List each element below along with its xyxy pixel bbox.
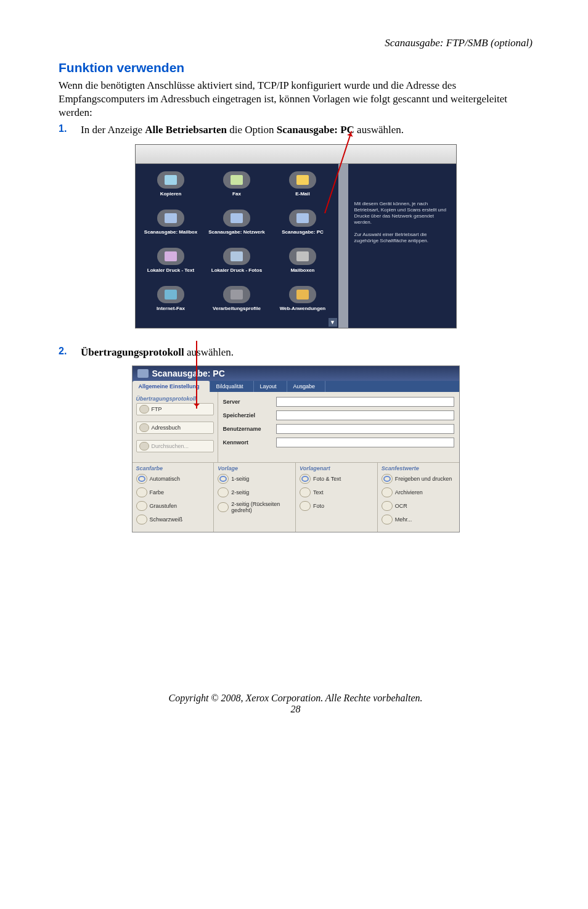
window-title-bar: Scanausgabe: PC (133, 366, 459, 381)
step-1-post: auswählen. (354, 124, 404, 136)
service-kopieren[interactable]: Kopieren (138, 169, 204, 207)
option-label: Foto (313, 503, 324, 509)
callout-arrow-2 (196, 341, 197, 409)
label-password: Kennwort (223, 439, 276, 446)
option-column: Vorlage1-seitig2-seitig2-seitig (Rücksei… (214, 463, 296, 532)
step-1-pre: In der Anzeige (81, 124, 145, 136)
option-label: Freigeben und drucken (395, 476, 452, 482)
option-label: Automatisch (150, 476, 181, 482)
radio-icon (136, 501, 147, 511)
option-column-title: Vorlage (218, 465, 293, 471)
web-apps-icon (289, 286, 316, 303)
internet-fax-icon (157, 286, 184, 303)
option-label: Schwarzweiß (150, 516, 183, 523)
option-label: 2-seitig (231, 489, 249, 495)
label-server: Server (223, 399, 276, 405)
option-label: Text (313, 489, 324, 495)
step-2: 2. Übertragungsprotokoll auswählen. (59, 346, 533, 359)
all-services-screenshot: Kopieren Fax E-Mail Scanausgabe: Mailbox… (135, 144, 457, 328)
service-scan-network[interactable]: Scanausgabe: Netzwerk (203, 207, 269, 245)
input-server[interactable] (276, 397, 454, 407)
option-item[interactable]: Text (300, 487, 375, 497)
service-scan-mailbox[interactable]: Scanausgabe: Mailbox (138, 207, 204, 245)
option-item[interactable]: 1-seitig (218, 474, 293, 484)
option-column: ScanfarbeAutomatischFarbeGraustufenSchwa… (133, 463, 214, 532)
radio-icon (136, 515, 147, 524)
service-email[interactable]: E-Mail (269, 169, 335, 207)
running-head: Scanausgabe: FTP/SMB (optional) (59, 37, 533, 49)
screenshot-title-bar (136, 145, 456, 164)
intro-paragraph: Wenn die benötigten Anschlüsse aktiviert… (59, 79, 533, 120)
tab-layout[interactable]: Layout (254, 381, 287, 392)
tab-output[interactable]: Ausgabe (287, 381, 326, 392)
radio-icon (218, 487, 229, 497)
services-grid: Kopieren Fax E-Mail Scanausgabe: Mailbox… (136, 164, 348, 328)
option-label: Archivieren (395, 489, 423, 495)
option-item[interactable]: Foto & Text (300, 474, 375, 484)
option-label: Mehr... (395, 516, 412, 523)
option-item[interactable]: 2-seitig (Rückseiten gedreht) (218, 501, 293, 513)
step-1-text: In der Anzeige Alle Betriebsarten die Op… (81, 123, 404, 137)
service-local-print-photos[interactable]: Lokaler Druck - Fotos (203, 245, 269, 283)
service-mailboxes[interactable]: Mailboxen (269, 245, 335, 283)
step-2-bold1: Übertragungsprotokoll (81, 346, 184, 358)
input-username[interactable] (276, 424, 454, 434)
option-label: Farbe (150, 489, 165, 495)
local-print-photos-icon (223, 248, 250, 265)
option-item[interactable]: Freigeben und drucken (382, 474, 457, 484)
service-fax[interactable]: Fax (203, 169, 269, 207)
step-1-bold1: Alle Betriebsarten (145, 124, 227, 136)
option-item[interactable]: Automatisch (136, 474, 211, 484)
scan-network-icon (223, 210, 250, 227)
scan-pc-title-icon (137, 369, 149, 378)
workflow-icon (223, 286, 250, 303)
scroll-down-button[interactable]: ▼ (329, 318, 337, 327)
option-item[interactable]: 2-seitig (218, 487, 293, 497)
tab-image-quality[interactable]: Bildqualität (210, 381, 254, 392)
tab-general[interactable]: Allgemeine Einstellung (133, 381, 210, 392)
option-item[interactable]: Archivieren (382, 487, 457, 497)
option-item[interactable]: Graustufen (136, 501, 211, 511)
step-1-bold2: Scanausgabe: PC (277, 124, 354, 136)
radio-icon (218, 474, 229, 484)
step-1-mid: die Option (227, 124, 277, 136)
step-2-text: Übertragungsprotokoll auswählen. (81, 346, 234, 359)
scan-pc-screenshot: Scanausgabe: PC Allgemeine Einstellung B… (132, 365, 460, 532)
option-column-title: Scanfestwerte (382, 465, 457, 471)
radio-icon (300, 474, 311, 484)
radio-icon (218, 502, 229, 512)
window-title: Scanausgabe: PC (152, 369, 225, 378)
input-target[interactable] (276, 410, 454, 420)
option-column-title: Vorlagenart (300, 465, 375, 471)
option-item[interactable]: Mehr... (382, 515, 457, 524)
label-username: Benutzername (223, 426, 276, 432)
option-label: Foto & Text (313, 476, 341, 482)
step-1: 1. In der Anzeige Alle Betriebsarten die… (59, 123, 533, 137)
addressbook-button[interactable]: Adressbuch (136, 422, 214, 434)
radio-icon (300, 501, 311, 511)
step-2-post: auswählen. (184, 346, 234, 358)
service-local-print-text[interactable]: Lokaler Druck - Text (138, 245, 204, 283)
option-item[interactable]: OCR (382, 501, 457, 511)
service-internet-fax[interactable]: Internet-Fax (138, 283, 204, 322)
option-item[interactable]: Farbe (136, 487, 211, 497)
option-label: Graustufen (150, 503, 178, 509)
service-web-apps[interactable]: Web-Anwendungen (269, 283, 335, 322)
step-1-number: 1. (59, 123, 81, 137)
service-workflow-profiles[interactable]: Verarbeitungsprofile (203, 283, 269, 322)
local-print-text-icon (157, 248, 184, 265)
transfer-protocol-heading: Übertragungsprotokoll (136, 396, 214, 402)
browse-button[interactable]: Durchsuchen... (136, 440, 214, 452)
radio-icon (136, 474, 147, 484)
page-number: 28 (59, 704, 533, 715)
section-heading: Funktion verwenden (59, 60, 533, 75)
radio-icon (382, 501, 393, 511)
option-item[interactable]: Schwarzweiß (136, 515, 211, 524)
input-password[interactable] (276, 438, 454, 447)
protocol-ftp-button[interactable]: FTP (136, 403, 214, 415)
scan-mailbox-icon (157, 210, 184, 227)
fax-icon (223, 171, 250, 189)
service-scan-pc[interactable]: Scanausgabe: PC (269, 207, 335, 245)
option-label: OCR (395, 503, 407, 509)
option-item[interactable]: Foto (300, 501, 375, 511)
